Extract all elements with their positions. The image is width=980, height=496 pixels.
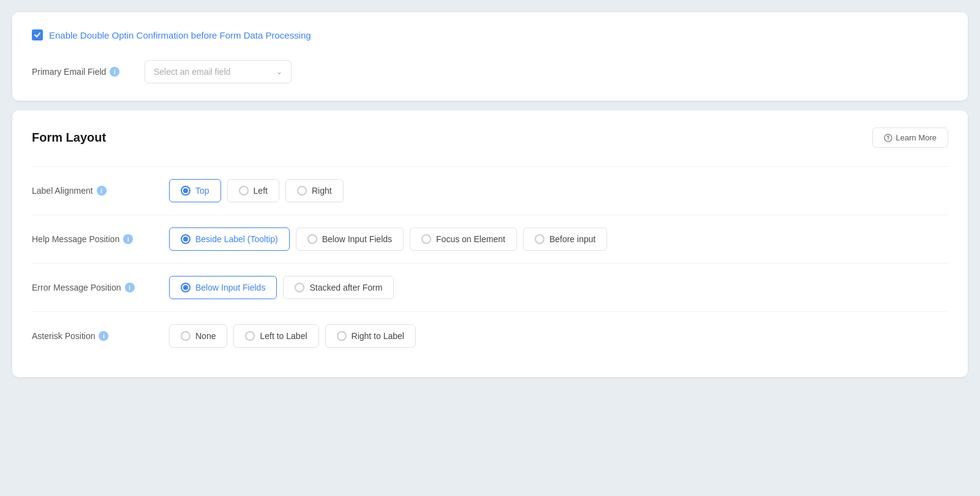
help-message-position-options: Beside Label (Tooltip) Below Input Field… (169, 227, 607, 251)
primary-email-row: Primary Email Field i Select an email fi… (32, 60, 948, 83)
radio-circle-right (297, 186, 307, 196)
double-optin-checkbox[interactable] (32, 29, 43, 40)
radio-circle-beside-label (181, 234, 190, 244)
label-alignment-options: Top Left Right (169, 179, 344, 202)
label-alignment-row: Label Alignment i Top Left Right (32, 166, 948, 215)
double-optin-label: Enable Double Optin Confirmation before … (49, 30, 311, 40)
double-optin-row: Enable Double Optin Confirmation before … (32, 29, 948, 40)
help-message-position-row: Help Message Position i Beside Label (To… (32, 215, 948, 263)
help-message-info-icon[interactable]: i (123, 234, 133, 244)
error-message-position-row: Error Message Position i Below Input Fie… (32, 263, 948, 311)
radio-circle-below-input-help (307, 234, 317, 244)
radio-circle-below-input-error (181, 283, 190, 292)
asterisk-none[interactable]: None (169, 324, 227, 348)
asterisk-position-label: Asterisk Position i (32, 331, 154, 341)
radio-circle-left (239, 186, 249, 196)
help-msg-beside-label[interactable]: Beside Label (Tooltip) (169, 227, 290, 251)
radio-circle-top (181, 186, 190, 196)
radio-circle-before-input (535, 234, 545, 244)
help-message-position-label: Help Message Position i (32, 234, 154, 244)
svg-point-1 (888, 139, 889, 140)
label-alignment-info-icon[interactable]: i (97, 186, 107, 196)
error-message-position-options: Below Input Fields Stacked after Form (169, 276, 394, 299)
error-message-position-label: Error Message Position i (32, 283, 154, 292)
double-optin-card: Enable Double Optin Confirmation before … (12, 12, 968, 101)
label-alignment-right[interactable]: Right (285, 179, 344, 202)
radio-circle-asterisk-right (337, 331, 347, 341)
email-field-select[interactable]: Select an email field ⌄ (145, 60, 292, 83)
chevron-down-icon: ⌄ (276, 67, 282, 76)
error-msg-below-input[interactable]: Below Input Fields (169, 276, 277, 299)
primary-email-info-icon[interactable]: i (110, 67, 119, 77)
error-message-info-icon[interactable]: i (125, 283, 135, 292)
asterisk-position-row: Asterisk Position i None Left to Label R… (32, 311, 948, 360)
settings-icon (884, 134, 892, 142)
help-msg-below-input[interactable]: Below Input Fields (296, 227, 404, 251)
asterisk-position-options: None Left to Label Right to Label (169, 324, 416, 348)
form-layout-header: Form Layout Learn More (32, 128, 948, 148)
primary-email-label: Primary Email Field i (32, 67, 130, 77)
asterisk-right-to-label[interactable]: Right to Label (325, 324, 416, 348)
help-msg-focus-element[interactable]: Focus on Element (410, 227, 517, 251)
label-alignment-top[interactable]: Top (169, 179, 221, 202)
error-msg-stacked[interactable]: Stacked after Form (283, 276, 394, 299)
form-layout-title: Form Layout (32, 131, 106, 145)
learn-more-button[interactable]: Learn More (872, 128, 948, 148)
radio-circle-asterisk-left (245, 331, 255, 341)
asterisk-left-to-label[interactable]: Left to Label (233, 324, 318, 348)
form-layout-card: Form Layout Learn More Label Alignment i… (12, 110, 968, 377)
check-icon (34, 31, 41, 39)
asterisk-info-icon[interactable]: i (99, 331, 108, 341)
radio-circle-asterisk-none (181, 331, 190, 341)
label-alignment-left[interactable]: Left (227, 179, 279, 202)
help-msg-before-input[interactable]: Before input (523, 227, 608, 251)
radio-circle-focus-element (421, 234, 431, 244)
label-alignment-label: Label Alignment i (32, 186, 154, 196)
radio-circle-stacked (295, 283, 304, 292)
